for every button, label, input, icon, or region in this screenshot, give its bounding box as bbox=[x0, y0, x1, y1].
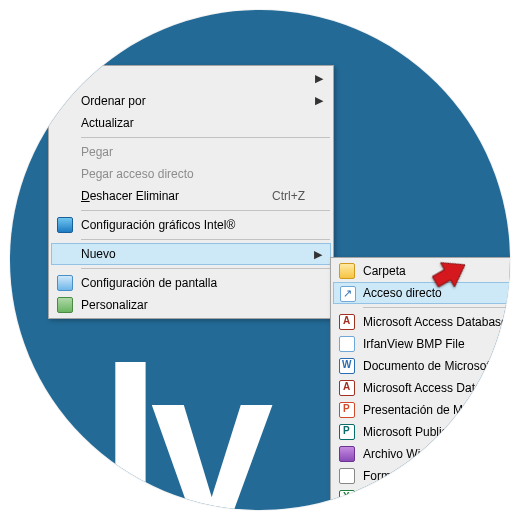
submenu-item-txt[interactable]: Formato de text bbox=[333, 465, 510, 487]
submenu-item-access2[interactable]: Microsoft Access Database bbox=[333, 377, 510, 399]
intel-icon bbox=[57, 217, 73, 233]
submenu-item-access[interactable]: Microsoft Access Database bbox=[333, 311, 510, 333]
wallpaper-text: lv bbox=[100, 320, 263, 510]
submenu-item-publisher[interactable]: Microsoft Publisher Doc bbox=[333, 421, 510, 443]
text-file-icon bbox=[339, 468, 355, 484]
submenu-item-word[interactable]: Documento de Microsoft Wor bbox=[333, 355, 510, 377]
shortcut-label: Ctrl+Z bbox=[272, 189, 305, 203]
menu-item-deshacer[interactable]: Deshacer Eliminar Ctrl+Z bbox=[51, 185, 331, 207]
submenu-item-acceso-directo[interactable]: Acceso directo bbox=[333, 282, 510, 304]
desktop-context-menu: ▶ Ordenar por ▶ Actualizar Pegar Pegar a… bbox=[48, 65, 334, 319]
menu-separator bbox=[81, 137, 330, 138]
access-icon bbox=[339, 314, 355, 330]
menu-item-pegar-acceso: Pegar acceso directo bbox=[51, 163, 331, 185]
publisher-icon bbox=[339, 424, 355, 440]
menu-item-personalizar[interactable]: Personalizar bbox=[51, 294, 331, 316]
display-icon bbox=[57, 275, 73, 291]
bmp-icon bbox=[339, 336, 355, 352]
submenu-nuevo: Carpeta Acceso directo Microsoft Access … bbox=[330, 257, 510, 510]
shortcut-icon bbox=[340, 286, 356, 302]
menu-item-ordenar[interactable]: Ordenar por ▶ bbox=[51, 90, 331, 112]
word-icon bbox=[339, 358, 355, 374]
menu-item-nuevo[interactable]: Nuevo ▶ bbox=[51, 243, 331, 265]
submenu-item-carpeta[interactable]: Carpeta bbox=[333, 260, 510, 282]
folder-icon bbox=[339, 263, 355, 279]
menu-item-pegar: Pegar bbox=[51, 141, 331, 163]
menu-separator bbox=[363, 307, 510, 308]
menu-item-pantalla[interactable]: Configuración de pantalla bbox=[51, 272, 331, 294]
submenu-item-excel[interactable]: Ho bbox=[333, 487, 510, 509]
menu-separator bbox=[81, 268, 330, 269]
menu-separator bbox=[81, 210, 330, 211]
menu-item-actualizar[interactable]: Actualizar bbox=[51, 112, 331, 134]
menu-separator bbox=[81, 239, 330, 240]
winrar-icon bbox=[339, 446, 355, 462]
access-icon bbox=[339, 380, 355, 396]
excel-icon bbox=[339, 490, 355, 506]
personalize-icon bbox=[57, 297, 73, 313]
menu-item-view[interactable]: ▶ bbox=[51, 68, 331, 90]
submenu-arrow-icon: ▶ bbox=[315, 72, 323, 85]
submenu-arrow-icon: ▶ bbox=[315, 94, 323, 107]
submenu-item-ppt[interactable]: Presentación de Microsoft bbox=[333, 399, 510, 421]
submenu-item-rar[interactable]: Archivo WinRAR bbox=[333, 443, 510, 465]
submenu-item-bmp[interactable]: IrfanView BMP File bbox=[333, 333, 510, 355]
submenu-arrow-icon: ▶ bbox=[314, 248, 322, 261]
powerpoint-icon bbox=[339, 402, 355, 418]
menu-item-intel[interactable]: Configuración gráficos Intel® bbox=[51, 214, 331, 236]
